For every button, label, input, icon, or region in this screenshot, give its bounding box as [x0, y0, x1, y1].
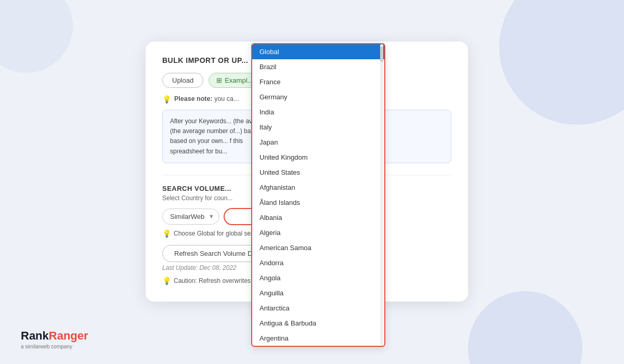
- bulb-icon-2: 💡: [162, 229, 171, 238]
- upload-button[interactable]: Upload: [162, 73, 203, 88]
- dropdown-item[interactable]: France: [252, 74, 384, 89]
- dropdown-item[interactable]: India: [252, 105, 384, 120]
- dropdown-item[interactable]: Argentina: [252, 331, 384, 346]
- dropdown-item[interactable]: Global: [252, 44, 384, 59]
- dropdown-item[interactable]: Åland Islands: [252, 195, 384, 210]
- dropdown-item[interactable]: Brazil: [252, 59, 384, 74]
- dropdown-item[interactable]: Antarctica: [252, 301, 384, 316]
- dropdown-item[interactable]: Algeria: [252, 225, 384, 240]
- dropdown-item[interactable]: Japan: [252, 135, 384, 150]
- dropdown-item[interactable]: American Samoa: [252, 240, 384, 255]
- country-dropdown-list: GlobalBrazilFranceGermanyIndiaItalyJapan…: [251, 43, 385, 347]
- dropdown-item[interactable]: Andorra: [252, 255, 384, 270]
- bulb-icon: 💡: [162, 95, 171, 103]
- dropdown-item[interactable]: Afghanistan: [252, 180, 384, 195]
- dropdown-item[interactable]: Antigua & Barbuda: [252, 316, 384, 331]
- dropdown-item[interactable]: United Kingdom: [252, 150, 384, 165]
- dropdown-item[interactable]: Albania: [252, 210, 384, 225]
- bg-decoration-bottom-right: [468, 291, 582, 364]
- excel-icon: ⊞: [216, 76, 222, 84]
- dropdown-scrollbar: [380, 44, 383, 346]
- dropdown-item[interactable]: United States: [252, 165, 384, 180]
- source-select[interactable]: SimilarWeb: [162, 209, 219, 225]
- source-select-wrapper: SimilarWeb ▼: [162, 209, 219, 225]
- logo-area: RankRanger a similarweb company: [21, 329, 88, 349]
- bg-decoration-top-right: [499, 0, 624, 125]
- dropdown-scrollbar-thumb: [380, 46, 383, 62]
- dropdown-item[interactable]: Italy: [252, 120, 384, 135]
- logo-sub: a similarweb company: [21, 344, 88, 349]
- dropdown-item[interactable]: Germany: [252, 89, 384, 105]
- logo-ranger: Ranger: [49, 329, 88, 342]
- bulb-icon-3: 💡: [162, 277, 171, 285]
- bg-decoration-top-left: [0, 0, 73, 73]
- dropdown-item[interactable]: Angola: [252, 270, 384, 285]
- logo-rank: Rank: [21, 329, 49, 342]
- dropdown-item[interactable]: Anguilla: [252, 285, 384, 301]
- logo: RankRanger: [21, 329, 88, 343]
